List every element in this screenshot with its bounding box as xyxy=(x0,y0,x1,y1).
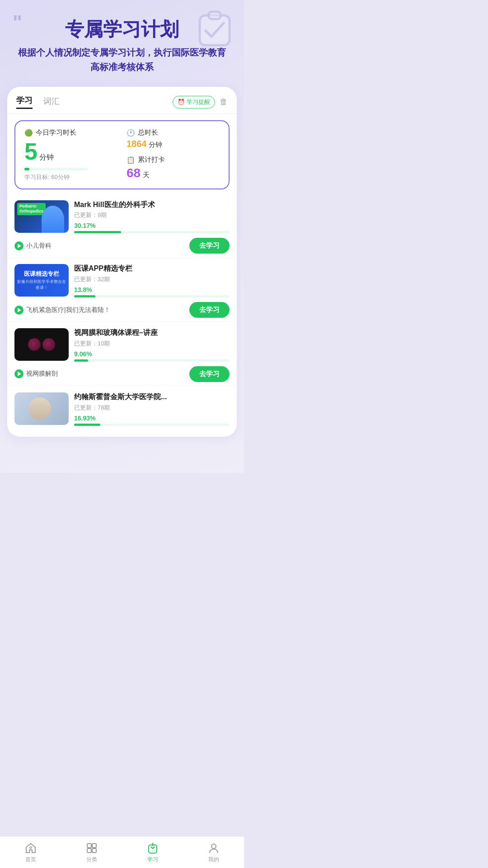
stats-left: 🟢 今日学习时长 5 分钟 学习目标: 60分钟 xyxy=(24,128,117,181)
page-subtitle: 根据个人情况制定专属学习计划，执行国际医学教育高标准考核体系 xyxy=(14,45,230,74)
stats-box: 🟢 今日学习时长 5 分钟 学习目标: 60分钟 🕐 总时长 xyxy=(14,120,230,189)
course-progress-fill-4 xyxy=(74,424,100,426)
tab-vocab[interactable]: 词汇 xyxy=(43,96,60,108)
checkin-label: 📋 累计打卡 xyxy=(127,156,220,164)
study-button-1[interactable]: 去学习 xyxy=(189,238,230,254)
course-title-3: 视网膜和玻璃体课程–讲座 xyxy=(74,328,230,338)
course-progress-bar-3 xyxy=(74,359,230,362)
course-progress-text-1: 30.17% xyxy=(74,222,230,229)
course-progress-bar-1 xyxy=(74,231,230,233)
total-unit: 分钟 xyxy=(149,141,162,148)
course-bottom-2: 飞机紧急医疗|我们无法着陆！ 去学习 xyxy=(14,302,230,318)
course-item-2: 医课精选专栏 影像片段和医学手术整合在夜课！ 医课APP精选专栏 已更新：32期… xyxy=(7,258,237,322)
course-progress-text-2: 13.8% xyxy=(74,286,230,293)
course-update-1: 已更新：9期 xyxy=(74,211,230,219)
course-info-1: Mark Hill医生的外科手术 已更新：9期 30.17% xyxy=(74,200,230,234)
course-item-3: 视网膜和玻璃体课程–讲座 已更新：10期 9.06% 视网膜解剖 去学习 xyxy=(7,322,237,386)
course-progress-fill-3 xyxy=(74,359,88,362)
total-value: 1864 xyxy=(127,139,147,149)
main-card: 学习 词汇 ⏰ 学习提醒 🗑 🟢 今日学习时长 5 xyxy=(7,87,237,436)
course-tag-3: 视网膜解剖 xyxy=(14,369,58,378)
play-icon-2 xyxy=(14,306,23,315)
course-thumb-title-2: 医课精选专栏 xyxy=(24,270,59,278)
study-button-2[interactable]: 去学习 xyxy=(189,302,230,318)
checkin-icon: 📋 xyxy=(127,156,135,164)
reminder-label: 学习提醒 xyxy=(187,98,210,106)
today-unit: 分钟 xyxy=(39,153,54,162)
course-update-4: 已更新：78期 xyxy=(74,404,230,412)
course-tag-1: 小儿骨科 xyxy=(14,241,52,250)
today-progress-bar xyxy=(24,168,88,170)
today-icon: 🟢 xyxy=(24,129,33,137)
course-bottom-3: 视网膜解剖 去学习 xyxy=(14,366,230,382)
svg-rect-1 xyxy=(209,12,221,19)
study-button-3[interactable]: 去学习 xyxy=(189,366,230,382)
course-progress-bar-2 xyxy=(74,295,230,297)
checkin-value: 68 xyxy=(127,166,141,180)
course-progress-text-4: 16.93% xyxy=(74,415,230,422)
course-thumb-1: PediatricOrthopedics xyxy=(14,200,69,233)
course-update-2: 已更新：32期 xyxy=(74,275,230,283)
trash-icon[interactable]: 🗑 xyxy=(220,97,228,107)
course-progress-fill-1 xyxy=(74,231,121,233)
reminder-button[interactable]: ⏰ 学习提醒 xyxy=(173,96,215,108)
checkin-unit: 天 xyxy=(143,171,150,179)
course-bottom-1: 小儿骨科 去学习 xyxy=(14,238,230,254)
tabs-right: ⏰ 学习提醒 🗑 xyxy=(173,96,228,108)
goal-text: 学习目标: 60分钟 xyxy=(24,173,117,181)
header-area: " 专属学习计划 根据个人情况制定专属学习计划，执行国际医学教育高标准考核体系 xyxy=(0,0,244,79)
alarm-icon: ⏰ xyxy=(178,99,185,105)
quote-icon: " xyxy=(13,13,22,33)
today-progress-fill xyxy=(24,168,29,170)
play-icon-1 xyxy=(14,241,23,250)
course-update-3: 已更新：10期 xyxy=(74,340,230,348)
course-progress-fill-2 xyxy=(74,295,95,297)
course-thumb-label-1: PediatricOrthopedics xyxy=(17,203,46,215)
course-title-1: Mark Hill医生的外科手术 xyxy=(74,200,230,210)
course-thumb-2: 医课精选专栏 影像片段和医学手术整合在夜课！ xyxy=(14,264,69,297)
course-thumb-4 xyxy=(14,392,69,425)
course-item-1: PediatricOrthopedics Mark Hill医生的外科手术 已更… xyxy=(7,194,237,258)
total-label: 🕐 总时长 xyxy=(127,128,220,137)
tab-learn[interactable]: 学习 xyxy=(16,95,33,109)
page-background: " 专属学习计划 根据个人情况制定专属学习计划，执行国际医学教育高标准考核体系 … xyxy=(0,0,244,473)
clipboard-icon xyxy=(194,7,235,48)
course-info-4: 约翰斯霍普金斯大学医学院... 已更新：78期 16.93% xyxy=(74,392,230,426)
course-progress-bar-4 xyxy=(74,424,230,426)
course-tag-2: 飞机紧急医疗|我们无法着陆！ xyxy=(14,306,110,315)
today-value: 5 xyxy=(24,139,38,165)
course-progress-text-3: 9.06% xyxy=(74,350,230,358)
course-info-2: 医课APP精选专栏 已更新：32期 13.8% xyxy=(74,264,230,297)
course-thumb-sub-2: 影像片段和医学手术整合在夜课！ xyxy=(17,279,66,291)
tabs-row: 学习 词汇 ⏰ 学习提醒 🗑 xyxy=(7,87,237,114)
course-thumb-3 xyxy=(14,328,69,361)
course-title-4: 约翰斯霍普金斯大学医学院... xyxy=(74,392,230,402)
total-icon: 🕐 xyxy=(127,129,135,137)
course-item-4: 约翰斯霍普金斯大学医学院... 已更新：78期 16.93% xyxy=(7,386,237,429)
course-title-2: 医课APP精选专栏 xyxy=(74,264,230,274)
course-info-3: 视网膜和玻璃体课程–讲座 已更新：10期 9.06% xyxy=(74,328,230,362)
today-label: 🟢 今日学习时长 xyxy=(24,128,117,137)
play-icon-3 xyxy=(14,369,23,378)
stats-right: 🕐 总时长 1864 分钟 📋 累计打卡 68 天 xyxy=(117,128,220,180)
